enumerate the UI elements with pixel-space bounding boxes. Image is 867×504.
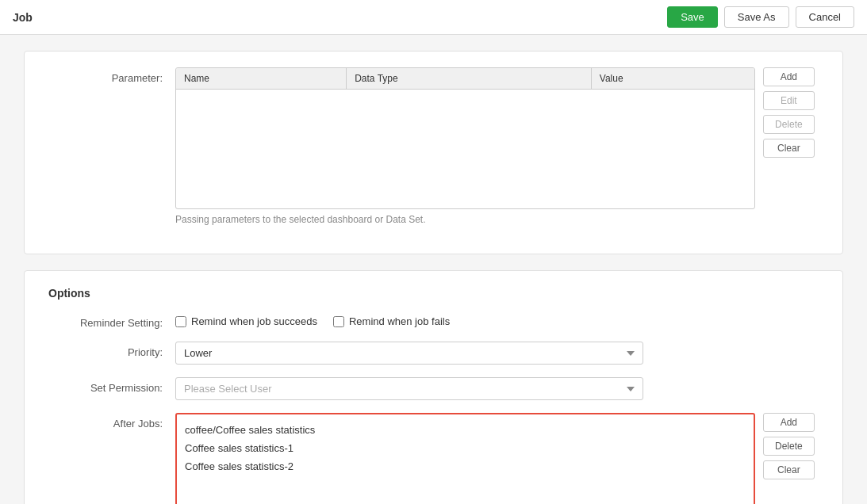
after-jobs-item-1: Coffee sales statistics-1: [185, 439, 746, 457]
after-jobs-delete-button[interactable]: Delete: [763, 437, 815, 456]
save-button[interactable]: Save: [667, 6, 718, 28]
priority-select[interactable]: Lower Normal Higher: [175, 342, 643, 365]
permission-select[interactable]: Please Select User: [175, 377, 643, 400]
param-delete-button[interactable]: Delete: [763, 115, 815, 134]
after-jobs-label: After Jobs:: [48, 413, 175, 430]
header-actions: Save Save As Cancel: [667, 6, 854, 28]
permission-label: Set Permission:: [48, 377, 175, 394]
after-jobs-add-button[interactable]: Add: [763, 413, 815, 432]
col-value: Value: [591, 68, 754, 90]
parameter-control: Name Data Type Value Add Edit D: [175, 67, 819, 225]
after-jobs-control: coffee/Coffee sales statistics Coffee sa…: [175, 413, 819, 504]
options-title: Options: [48, 287, 819, 300]
cancel-button[interactable]: Cancel: [796, 6, 854, 28]
page-title: Job: [13, 11, 33, 24]
priority-label: Priority:: [48, 342, 175, 358]
reminder-checkboxes: Remind when job succeeds Remind when job…: [175, 312, 819, 327]
parameter-hint: Passing parameters to the selected dashb…: [175, 214, 819, 225]
parameter-table: Name Data Type Value: [176, 68, 754, 208]
param-clear-button[interactable]: Clear: [763, 139, 815, 158]
after-jobs-box: coffee/Coffee sales statistics Coffee sa…: [175, 413, 755, 504]
permission-control: Please Select User: [175, 377, 819, 400]
after-jobs-item-0: coffee/Coffee sales statistics: [185, 421, 746, 439]
reminder-row: Reminder Setting: Remind when job succee…: [48, 312, 819, 329]
remind-fail-checkbox[interactable]: [333, 316, 344, 327]
col-datatype: Data Type: [347, 68, 592, 90]
param-edit-button[interactable]: Edit: [763, 91, 815, 110]
options-section: Options Reminder Setting: Remind when jo…: [24, 270, 843, 504]
parameter-label: Parameter:: [48, 67, 175, 84]
after-jobs-item-2: Coffee sales statistics-2: [185, 457, 746, 475]
parameter-buttons: Add Edit Delete Clear: [763, 67, 815, 158]
col-name: Name: [176, 68, 347, 90]
parameter-table-body: [176, 90, 754, 208]
save-as-button[interactable]: Save As: [724, 6, 789, 28]
priority-row: Priority: Lower Normal Higher: [48, 342, 819, 365]
remind-fail-label: Remind when job fails: [349, 315, 450, 327]
remind-succeed-label: Remind when job succeeds: [191, 315, 317, 327]
after-jobs-row: After Jobs: coffee/Coffee sales statisti…: [48, 413, 819, 504]
priority-control: Lower Normal Higher: [175, 342, 819, 365]
parameter-section: Parameter: Name Data Type Value: [24, 51, 843, 254]
remind-fail-item[interactable]: Remind when job fails: [333, 315, 450, 327]
main-content: Parameter: Name Data Type Value: [0, 35, 867, 504]
parameter-row: Parameter: Name Data Type Value: [48, 67, 819, 225]
reminder-control: Remind when job succeeds Remind when job…: [175, 312, 819, 327]
remind-succeed-checkbox[interactable]: [175, 316, 186, 327]
param-add-button[interactable]: Add: [763, 67, 815, 86]
after-jobs-buttons: Add Delete Clear: [763, 413, 815, 479]
permission-row: Set Permission: Please Select User: [48, 377, 819, 400]
reminder-label: Reminder Setting:: [48, 312, 175, 329]
top-bar: Job Save Save As Cancel: [0, 0, 867, 35]
remind-succeed-item[interactable]: Remind when job succeeds: [175, 315, 317, 327]
after-jobs-clear-button[interactable]: Clear: [763, 460, 815, 479]
parameter-table-wrap: Name Data Type Value: [175, 67, 755, 209]
